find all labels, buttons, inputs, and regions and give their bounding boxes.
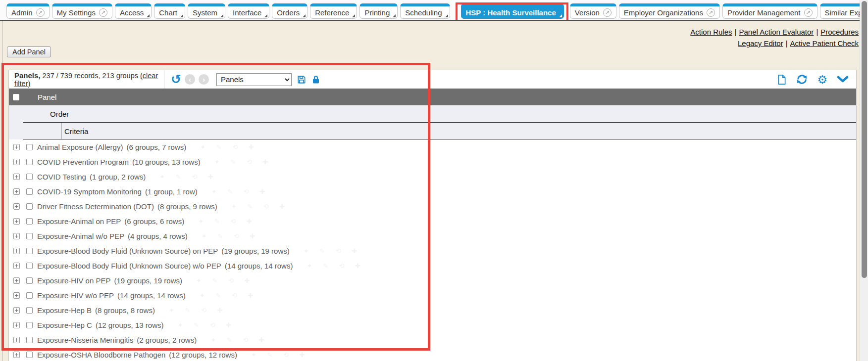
- row-action-icons-faint: ✦ ✎ ⟲ ✚: [198, 218, 256, 225]
- tab[interactable]: Admin ↗: [6, 3, 50, 19]
- column-header-panel: Panel: [38, 93, 56, 101]
- tab[interactable]: Access: [115, 3, 152, 19]
- tab[interactable]: Orders: [272, 3, 307, 19]
- lock-icon[interactable]: [311, 75, 320, 85]
- row-checkbox[interactable]: [26, 218, 33, 225]
- tab[interactable]: Interface: [228, 3, 269, 19]
- new-record-icon[interactable]: [777, 74, 787, 85]
- row-checkbox[interactable]: [26, 248, 33, 254]
- panel-counts: (19 groups, 19 rows): [114, 276, 182, 285]
- row-checkbox[interactable]: [26, 292, 33, 299]
- panel-name-text: Exposure-Animal on PEP: [37, 217, 121, 226]
- expand-plus-icon[interactable]: [13, 277, 20, 284]
- scrollbar-thumb[interactable]: [862, 1, 867, 278]
- expand-plus-icon[interactable]: [13, 159, 20, 165]
- external-link-icon: ↗: [36, 8, 45, 17]
- expand-plus-icon[interactable]: [13, 203, 20, 210]
- panel-row: Exposure-OSHA Bloodborne Pathogen(12 gro…: [9, 347, 856, 361]
- vertical-scrollbar[interactable]: [860, 0, 868, 361]
- expand-plus-icon[interactable]: [13, 337, 20, 343]
- row-checkbox[interactable]: [26, 203, 33, 210]
- page-left-border: [2, 3, 2, 361]
- undo-icon[interactable]: ↺: [171, 75, 181, 85]
- panel-name-text: COVID Prevention Program: [37, 158, 129, 166]
- gear-icon[interactable]: ⚙: [817, 74, 827, 85]
- row-action-icons-faint: ✦ ✎ ⟲ ✚: [202, 232, 259, 240]
- tab-label: System: [193, 8, 217, 17]
- view-select[interactable]: Panels: [216, 73, 292, 86]
- external-link-icon: ↗: [603, 8, 612, 17]
- row-checkbox[interactable]: [26, 144, 33, 150]
- submenu-indicator-icon: [352, 14, 355, 17]
- tab[interactable]: Provider Management ↗: [722, 3, 817, 19]
- add-panel-button[interactable]: Add Panel: [7, 46, 51, 57]
- row-checkbox[interactable]: [26, 159, 33, 165]
- link-legacy-editor[interactable]: Legacy Editor: [738, 39, 783, 47]
- grid-record-count: 237 / 739 records, 213 groups: [43, 72, 138, 80]
- expand-plus-icon[interactable]: [13, 174, 20, 180]
- link-action-rules[interactable]: Action Rules: [690, 28, 732, 36]
- column-header-order: Order: [50, 110, 69, 118]
- row-checkbox[interactable]: [26, 188, 33, 195]
- panel-counts: (14 groups, 14 rows): [117, 291, 186, 300]
- grid-toolbar-right-icons: ⚙: [777, 74, 849, 85]
- panel-row: Exposure-HIV on PEP(19 groups, 19 rows) …: [9, 273, 856, 288]
- tab[interactable]: HSP : Health Surveillance: [461, 3, 564, 19]
- forward-chevron-icon[interactable]: ›: [199, 74, 209, 85]
- link-panel-action-evaluator[interactable]: Panel Action Evaluator: [739, 28, 814, 36]
- panel-row: Driver Fitness Determination (DOT)(8 gro…: [9, 199, 856, 214]
- expand-plus-icon[interactable]: [13, 352, 20, 358]
- expand-plus-icon[interactable]: [13, 263, 20, 269]
- submenu-indicator-icon: [220, 14, 223, 17]
- tab[interactable]: Chart: [154, 3, 185, 19]
- header-links: Action Rules|Panel Action Evaluator|Proc…: [690, 26, 859, 49]
- panel-row: Exposure-Hep B(8 groups, 8 rows) ✦ ✎ ⟲ ✚: [9, 303, 856, 317]
- tab[interactable]: Employer Organizations ↗: [619, 3, 720, 19]
- row-checkbox[interactable]: [26, 307, 33, 314]
- panel-row: Exposure-Animal on PEP(6 groups, 6 rows)…: [9, 214, 856, 228]
- row-checkbox[interactable]: [26, 337, 33, 343]
- row-checkbox[interactable]: [26, 174, 33, 180]
- expand-plus-icon[interactable]: [13, 322, 20, 328]
- tab[interactable]: My Settings ↗: [52, 3, 112, 19]
- link-procedures[interactable]: Procedures: [820, 28, 859, 36]
- refresh-icon[interactable]: [796, 74, 808, 85]
- expand-plus-icon[interactable]: [13, 307, 20, 314]
- panel-row: Exposure-Hep C(12 groups, 13 rows) ✦ ✎ ⟲…: [9, 317, 856, 332]
- tab[interactable]: System: [188, 3, 225, 19]
- grid-summary: Panels,237 / 739 records, 213 groups(cle…: [14, 71, 164, 88]
- expand-plus-icon[interactable]: [13, 233, 20, 239]
- grid-header-order: Order: [9, 105, 856, 123]
- collapse-chevron-icon[interactable]: [837, 76, 849, 84]
- row-checkbox[interactable]: [26, 233, 33, 239]
- submenu-indicator-icon: [147, 14, 150, 17]
- row-checkbox[interactable]: [26, 263, 33, 269]
- tab-label: Scheduling: [405, 8, 442, 17]
- tab[interactable]: Printing: [359, 3, 398, 19]
- tab[interactable]: Version ↗: [570, 3, 616, 19]
- back-chevron-icon[interactable]: ‹: [185, 74, 195, 85]
- expand-plus-icon[interactable]: [13, 248, 20, 254]
- tab-label: Chart: [159, 8, 177, 17]
- row-action-icons-faint: ✦ ✎ ⟲ ✚: [200, 292, 257, 299]
- tab[interactable]: Reference: [310, 3, 357, 19]
- row-checkbox[interactable]: [26, 277, 33, 284]
- panel-name-text: Exposure-HIV w/o PEP: [37, 291, 114, 300]
- expand-plus-icon[interactable]: [13, 144, 20, 150]
- tab-label: HSP : Health Surveillance: [466, 8, 556, 17]
- expand-plus-icon[interactable]: [13, 188, 20, 195]
- panel-row: Exposure-Animal w/o PEP(4 groups, 4 rows…: [9, 228, 856, 243]
- select-all-checkbox[interactable]: [13, 94, 19, 100]
- row-checkbox[interactable]: [26, 352, 33, 358]
- tab[interactable]: Scheduling: [400, 3, 450, 19]
- panel-name-text: Exposure-Animal w/o PEP: [37, 232, 124, 240]
- panel-row: Exposure-Blood Body Fluid (Unknown Sourc…: [9, 258, 856, 273]
- panel-row: Exposure-HIV w/o PEP(14 groups, 14 rows)…: [9, 288, 856, 303]
- panel-row: Exposure-Blood Body Fluid (Unknown Sourc…: [9, 243, 856, 258]
- expand-plus-icon[interactable]: [13, 292, 20, 299]
- panel-counts: (2 groups, 2 rows): [137, 336, 197, 344]
- save-icon[interactable]: [297, 75, 306, 85]
- link-active-patient-check[interactable]: Active Patient Check: [790, 39, 859, 47]
- row-checkbox[interactable]: [26, 322, 33, 328]
- expand-plus-icon[interactable]: [13, 218, 20, 225]
